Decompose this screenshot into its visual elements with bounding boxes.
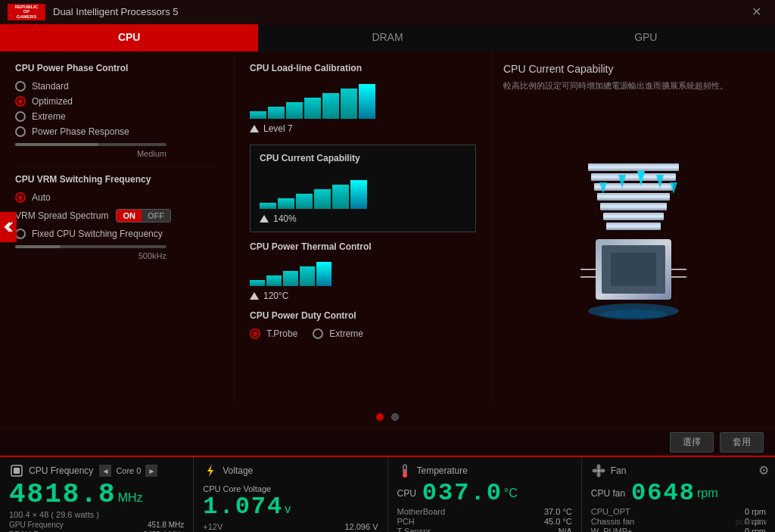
svg-rect-4 (600, 203, 667, 210)
radio-power-response[interactable]: Power Phase Response (15, 126, 219, 137)
cpu-core-value: 1.074 (203, 495, 283, 519)
radio-fixed-freq[interactable]: Fixed CPU Switching Frequency (15, 229, 219, 239)
mb-temp-row: MotherBoard 37.0 °C (397, 507, 572, 516)
current-cap-value: 140% (273, 213, 297, 224)
svg-rect-22 (14, 468, 20, 474)
info-desc: 較高比例的設定可同時增加總電源輸出進而擴展系統超頻性。 (503, 79, 764, 92)
cpu-svg (558, 160, 709, 326)
divider-1 (15, 166, 219, 166)
svg-point-30 (596, 472, 600, 478)
thermal-title: CPU Power Thermal Control (250, 241, 476, 252)
radio-extreme[interactable]: Extreme (15, 111, 219, 122)
svg-point-20 (599, 310, 668, 320)
current-cap-chart (260, 171, 464, 209)
radio-circle-fixed (15, 229, 26, 239)
mid-panel: CPU Load-line Calibration Level 7 CPU Cu… (235, 51, 492, 406)
main-tabbar: CPU DRAM GPU (0, 24, 775, 51)
select-button[interactable]: 選擇 (670, 432, 714, 453)
tsensor-row: T Sensor N/A (397, 527, 572, 532)
radio-circle-tprobe (250, 328, 260, 339)
toggle-on[interactable]: ON (117, 210, 142, 222)
thermal-chart (250, 260, 454, 286)
toggle-off[interactable]: OFF (142, 210, 170, 222)
power-phase-title: CPU Power Phase Control (15, 63, 219, 73)
svg-marker-23 (207, 465, 213, 477)
thermal-value: 120°C (263, 291, 289, 301)
watermark: pcadv4tw (736, 518, 767, 526)
cpu-temp-value: 037.0 (422, 481, 503, 506)
radio-tprobe[interactable]: T.Probe (250, 328, 297, 339)
pagination-dot-2[interactable] (391, 413, 399, 421)
radio-circle-duty-extreme (313, 328, 323, 339)
cpu-freq-icon (9, 463, 24, 478)
svg-rect-1 (591, 173, 676, 181)
duty-section: CPU Power Duty Control T.Probe Extreme (250, 310, 476, 344)
cpu-temp-label: CPU (397, 488, 416, 499)
freq-slider[interactable]: 500kHz (15, 245, 219, 260)
cpu-opt-row: CPU_OPT 0 rpm (591, 507, 766, 516)
info-title: CPU Current Capability (503, 63, 764, 75)
svg-point-31 (592, 469, 597, 473)
svg-point-27 (597, 469, 600, 472)
voltage-section: Voltage CPU Core Voltage 1.074 v +12V 12… (194, 457, 388, 532)
llc-title: CPU Load-line Calibration (250, 63, 476, 73)
fan-header: Fan (591, 463, 766, 478)
svg-rect-5 (603, 213, 664, 220)
duty-title: CPU Power Duty Control (250, 310, 476, 321)
tab-dram[interactable]: DRAM (258, 24, 516, 51)
thermal-arrow (250, 292, 259, 300)
sidebar-expand-arrow[interactable] (0, 212, 17, 242)
close-button[interactable]: ✕ (745, 3, 767, 20)
vrm-spread-toggle[interactable]: ON OFF (116, 209, 171, 222)
cpu-core-voltage-row: CPU Core Voltage 1.074 v (203, 481, 378, 519)
wpump-row: W_PUMP+ 0 rpm (591, 527, 766, 532)
svg-point-28 (596, 465, 600, 470)
radio-auto[interactable]: Auto (15, 192, 219, 203)
cpu-core-unit: v (285, 502, 291, 516)
radio-duty-extreme[interactable]: Extreme (313, 328, 363, 339)
cpu-freq-section: CPU Frequency ◄ Core 0 ► 4818.8 MHz 100.… (0, 457, 194, 532)
voltage-header: Voltage (203, 463, 378, 478)
radio-circle-standard (15, 81, 26, 92)
cpu-fan-unit: rpm (697, 487, 718, 500)
phase-slider[interactable]: Medium (15, 143, 219, 158)
cpu-freq-label: CPU Frequency (29, 465, 93, 476)
current-cap-title: CPU Current Capability (260, 153, 466, 163)
llc-value: Level 7 (263, 123, 293, 134)
apply-button[interactable]: 套用 (720, 432, 764, 453)
cpu-freq-header: CPU Frequency ◄ Core 0 ► (9, 463, 184, 478)
svg-rect-3 (597, 193, 670, 201)
app-title: Dual Intelligent Processors 5 (53, 6, 178, 17)
radio-circle-optimized (15, 96, 26, 107)
cpu-temp-unit: °C (504, 487, 518, 500)
rog-logo: REPUBLICOFGAMERS (8, 4, 45, 20)
svg-rect-14 (611, 253, 656, 286)
pagination-dot-1[interactable] (376, 413, 384, 421)
settings-icon[interactable]: ⚙ (758, 463, 769, 478)
radio-circle-extreme (15, 111, 26, 122)
current-cap-section: CPU Current Capability 140% (250, 145, 476, 232)
llc-section: CPU Load-line Calibration Level 7 (250, 63, 476, 134)
nav-left[interactable]: ◄ (99, 465, 111, 477)
cpu-fan-label: CPU fan (591, 488, 625, 499)
thermal-section: CPU Power Thermal Control 120°C (250, 241, 476, 301)
current-cap-arrow (260, 215, 269, 222)
vrm-freq-title: CPU VRM Switching Frequency (15, 174, 219, 185)
titlebar: REPUBLICOFGAMERS Dual Intelligent Proces… (0, 0, 775, 24)
radio-circle-power-response (15, 126, 26, 137)
v12-row: +12V 12.096 V (203, 522, 378, 531)
svg-point-29 (599, 469, 605, 473)
tab-cpu[interactable]: CPU (0, 24, 258, 51)
pch-row: PCH 45.0 °C (397, 517, 572, 526)
cpu-fan-value: 0648 (631, 481, 696, 506)
tab-gpu[interactable]: GPU (517, 24, 775, 51)
cpu-freq-value: 4818.8 (9, 481, 117, 509)
temp-header: Temperature (397, 463, 572, 478)
voltage-icon (203, 463, 218, 478)
radio-standard[interactable]: Standard (15, 81, 219, 92)
cpu-freq-unit: MHz (118, 491, 143, 505)
vrm-spread-row: VRM Spread Spectrum ON OFF (15, 209, 219, 222)
temp-icon (397, 463, 412, 478)
nav-right[interactable]: ► (145, 465, 157, 477)
radio-optimized[interactable]: Optimized (15, 96, 219, 107)
